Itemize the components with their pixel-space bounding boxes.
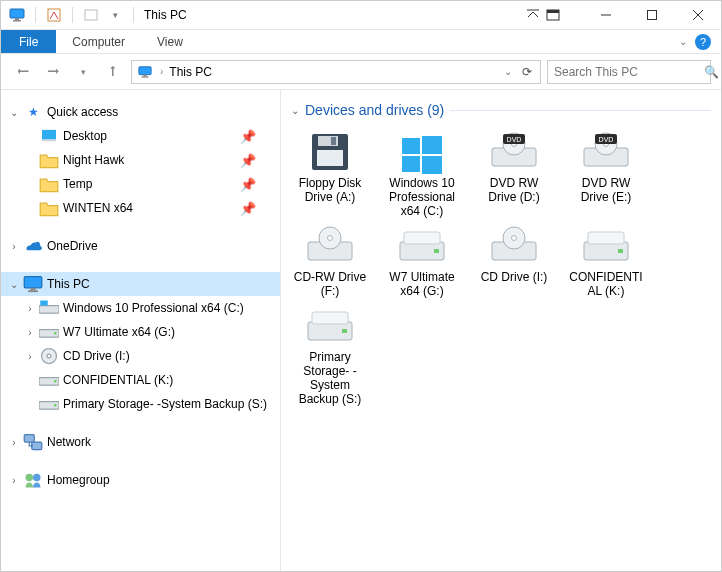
- folder-icon: [39, 174, 59, 194]
- address-input[interactable]: [169, 65, 498, 79]
- ribbon-min-icon[interactable]: [523, 5, 543, 25]
- ribbon-expand-icon[interactable]: ⌄: [679, 36, 687, 47]
- tile-drive-g[interactable]: W7 Ultimate x64 (G:): [383, 224, 461, 298]
- search-box[interactable]: 🔍: [547, 60, 711, 84]
- svg-rect-35: [648, 11, 657, 20]
- nav-drive-i[interactable]: › CD Drive (I:): [1, 344, 280, 368]
- close-button[interactable]: [675, 1, 721, 30]
- forward-button[interactable]: 🠖: [41, 60, 65, 84]
- qat-dropdown-icon[interactable]: ▾: [105, 5, 125, 25]
- qat-properties-icon[interactable]: [44, 5, 64, 25]
- titlebar: ▾ This PC: [1, 1, 721, 30]
- tile-drive-a[interactable]: Floppy Disk Drive (A:): [291, 130, 369, 218]
- pin-icon: 📌: [240, 201, 280, 216]
- hdd-icon: [580, 224, 632, 268]
- tile-drive-k[interactable]: CONFIDENTIAL (K:): [567, 224, 645, 298]
- nav-drive-g[interactable]: › W7 Ultimate x64 (G:): [1, 320, 280, 344]
- up-button[interactable]: 🠕: [101, 60, 125, 84]
- tile-drive-c[interactable]: Windows 10 Professional x64 (C:): [383, 130, 461, 218]
- search-icon[interactable]: 🔍: [704, 65, 719, 79]
- chevron-down-icon[interactable]: ⌄: [291, 105, 299, 116]
- nav-qa-desktop[interactable]: Desktop 📌: [1, 124, 280, 148]
- star-icon: ★: [23, 105, 43, 119]
- content-pane: ⌄ Devices and drives (9) Floppy Disk Dri…: [281, 90, 721, 571]
- nav-drive-k[interactable]: CONFIDENTIAL (K:): [1, 368, 280, 392]
- hdd-icon: [304, 304, 356, 348]
- tab-file[interactable]: File: [1, 30, 56, 53]
- folder-icon: [39, 198, 59, 218]
- nav-quick-access[interactable]: ⌄ ★ Quick access: [1, 100, 280, 124]
- maximize-button[interactable]: [629, 1, 675, 30]
- nav-network[interactable]: › Network: [1, 430, 280, 454]
- tile-drive-d[interactable]: DVD RW Drive (D:): [475, 130, 553, 218]
- tab-computer[interactable]: Computer: [56, 30, 141, 53]
- ribbon: File Computer View ⌄ ?: [1, 30, 721, 54]
- drive-icon: [39, 370, 59, 390]
- help-icon[interactable]: ?: [695, 34, 711, 50]
- group-header-label: Devices and drives (9): [305, 102, 444, 118]
- nav-this-pc[interactable]: ⌄ This PC: [1, 272, 280, 296]
- nav-homegroup[interactable]: › Homegroup: [1, 468, 280, 492]
- drive-windows-icon: [39, 298, 59, 318]
- drive-icon: [39, 394, 59, 414]
- tab-view[interactable]: View: [141, 30, 199, 53]
- minimize-button[interactable]: [583, 1, 629, 30]
- pin-icon: 📌: [240, 177, 280, 192]
- onedrive-icon: [23, 237, 43, 255]
- breadcrumb-sep: ›: [160, 66, 163, 77]
- chevron-right-icon[interactable]: ›: [7, 241, 21, 252]
- folder-icon: [39, 150, 59, 170]
- chevron-right-icon[interactable]: ›: [23, 351, 37, 362]
- homegroup-icon: [23, 470, 43, 490]
- chevron-down-icon[interactable]: ⌄: [7, 279, 21, 290]
- qat-newfolder-icon[interactable]: [81, 5, 101, 25]
- svg-rect-38: [39, 306, 59, 314]
- nav-qa-temp[interactable]: Temp 📌: [1, 172, 280, 196]
- floppy-icon: [304, 130, 356, 174]
- svg-rect-34: [547, 10, 559, 13]
- tile-drive-f[interactable]: CD-RW Drive (F:): [291, 224, 369, 298]
- chevron-down-icon[interactable]: ⌄: [7, 107, 21, 118]
- pin-icon: 📌: [240, 153, 280, 168]
- quick-access-toolbar: ▾: [1, 5, 138, 25]
- dvd-drive-icon: [580, 130, 632, 174]
- hdd-icon: [396, 224, 448, 268]
- nav-qa-winten[interactable]: WINTEN x64 📌: [1, 196, 280, 220]
- svg-rect-31: [85, 10, 97, 20]
- network-icon: [23, 432, 43, 452]
- window-title: This PC: [138, 8, 187, 22]
- nav-qa-nighthawk[interactable]: Night Hawk 📌: [1, 148, 280, 172]
- pc-icon: [136, 65, 154, 79]
- address-box[interactable]: › ⌄ ⟳: [131, 60, 541, 84]
- cd-drive-icon: [488, 224, 540, 268]
- desktop-icon: [39, 129, 59, 143]
- search-input[interactable]: [554, 65, 704, 79]
- back-button[interactable]: 🠔: [11, 60, 35, 84]
- recent-dropdown[interactable]: ▾: [71, 60, 95, 84]
- ribbon-state-icon[interactable]: [543, 5, 563, 25]
- group-header-devices[interactable]: ⌄ Devices and drives (9): [291, 102, 711, 118]
- cd-icon: [39, 346, 59, 366]
- dvd-drive-icon: [488, 130, 540, 174]
- refresh-icon[interactable]: ⟳: [518, 65, 536, 79]
- chevron-right-icon[interactable]: ›: [7, 437, 21, 448]
- chevron-right-icon[interactable]: ›: [7, 475, 21, 486]
- svg-rect-37: [42, 140, 56, 142]
- address-bar: 🠔 🠖 ▾ 🠕 › ⌄ ⟳ 🔍: [1, 54, 721, 90]
- address-dropdown-icon[interactable]: ⌄: [504, 66, 512, 77]
- nav-onedrive[interactable]: › OneDrive: [1, 234, 280, 258]
- tile-drive-s[interactable]: Primary Storage- -System Backup (S:): [291, 304, 369, 406]
- svg-rect-39: [40, 301, 48, 306]
- nav-drive-c[interactable]: › Windows 10 Professional x64 (C:): [1, 296, 280, 320]
- svg-rect-36: [42, 130, 56, 140]
- tile-drive-e[interactable]: DVD RW Drive (E:): [567, 130, 645, 218]
- windows-logo-icon: [396, 130, 448, 174]
- navigation-pane: ⌄ ★ Quick access Desktop 📌 Night Hawk 📌 …: [1, 90, 281, 571]
- chevron-right-icon[interactable]: ›: [23, 303, 37, 314]
- pc-icon: [23, 274, 43, 294]
- chevron-right-icon[interactable]: ›: [23, 327, 37, 338]
- tile-drive-i[interactable]: CD Drive (I:): [475, 224, 553, 298]
- nav-drive-s[interactable]: Primary Storage- -System Backup (S:): [1, 392, 280, 416]
- drive-icon: [39, 322, 59, 342]
- app-icon[interactable]: [7, 5, 27, 25]
